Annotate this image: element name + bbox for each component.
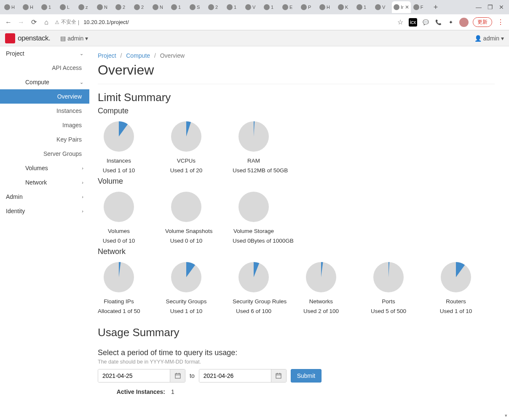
browser-tab[interactable]: P (299, 1, 317, 13)
phone-icon[interactable]: 📞 (434, 18, 442, 27)
gauge-row-volume: VolumesUsed 0 of 10Volume SnapshotsUsed … (98, 190, 495, 244)
home-button[interactable]: ⌂ (42, 19, 51, 26)
favicon (356, 4, 362, 10)
gauge-usage: Used 1 of 10 (435, 308, 477, 314)
gauge-row-compute: InstancesUsed 1 of 10VCPUsUsed 1 of 20RA… (98, 120, 495, 174)
sidebar-item-server-groups[interactable]: Server Groups (0, 147, 89, 161)
back-button[interactable]: ← (4, 19, 13, 26)
browser-address-bar: ← → ⟳ ⌂ ⚠ 不安全 | 10.20.20.1/project/ ☆ ic… (0, 14, 509, 30)
star-icon[interactable]: ☆ (396, 18, 405, 26)
openstack-topbar: openstack. ▤ admin ▾ 👤 admin ▾ (0, 30, 509, 46)
browser-tab[interactable]: 1 (262, 1, 280, 13)
favicon (394, 4, 399, 10)
browser-tab[interactable]: H (3, 1, 20, 13)
browser-tab[interactable]: 1 (40, 1, 57, 13)
browser-tab[interactable]: H (318, 1, 335, 13)
browser-tab[interactable]: 2 (206, 1, 224, 13)
sidebar-item-images[interactable]: Images (0, 118, 89, 132)
favicon (23, 4, 29, 10)
date-from-input[interactable] (98, 369, 170, 382)
gauge-name: Instances (98, 158, 140, 164)
caret-down-icon: ▾ (85, 35, 88, 42)
browser-tab[interactable]: 2 (114, 1, 131, 13)
browser-tab[interactable]: F (412, 1, 429, 13)
browser-tab[interactable]: N (95, 1, 113, 13)
svg-rect-12 (175, 374, 180, 378)
browser-tab[interactable]: 1 (169, 1, 187, 13)
sidebar-item-api-access[interactable]: API Access (0, 61, 89, 75)
gauge-usage: Used 2 of 100 (300, 308, 342, 314)
browser-tab[interactable]: L (58, 1, 76, 13)
date-to-input[interactable] (199, 369, 271, 382)
gauge-usage: Used 1 of 10 (165, 308, 207, 314)
browser-tab[interactable]: 2 (132, 1, 150, 13)
calendar-icon[interactable] (271, 369, 286, 382)
browser-tab[interactable]: N (151, 1, 169, 13)
browser-tab[interactable]: S (188, 1, 206, 13)
close-icon[interactable]: ✕ (405, 4, 409, 10)
gauge: Volume StorageUsed 0Bytes of 1000GB (233, 190, 275, 244)
sidebar-item-network[interactable]: Network › (0, 175, 89, 190)
browser-tab[interactable]: H (21, 1, 39, 13)
gauge-name: Routers (435, 298, 477, 305)
browser-tab[interactable]: 1 (225, 1, 243, 13)
browser-tab[interactable]: V (244, 1, 261, 13)
submit-button[interactable]: Submit (291, 369, 322, 383)
extensions-icon[interactable]: ✦ (447, 18, 455, 27)
to-label: to (190, 372, 195, 379)
security-indicator[interactable]: ⚠ 不安全 | (55, 19, 79, 26)
chevron-right-icon: › (82, 166, 83, 171)
chat-icon[interactable]: 💬 (421, 18, 430, 27)
window-maximize-icon[interactable]: ❐ (488, 4, 493, 11)
domain-dropdown[interactable]: ▤ admin ▾ (60, 35, 88, 42)
profile-avatar[interactable] (459, 18, 469, 27)
gauge-usage: Used 1 of 10 (98, 167, 140, 174)
page-title: Overview (98, 62, 495, 78)
gauge-name: Ports (367, 298, 410, 305)
browser-tab[interactable]: V (373, 1, 391, 13)
sidebar-item-instances[interactable]: Instances (0, 104, 89, 118)
calendar-icon[interactable] (170, 369, 185, 382)
active-instances-label: Active Instances: (98, 388, 165, 395)
sidebar-item-overview[interactable]: Overview (0, 89, 89, 104)
gauge: VolumesUsed 0 of 10 (98, 190, 140, 244)
favicon (227, 4, 233, 10)
window-minimize-icon[interactable]: — (476, 4, 482, 11)
brand-text: openstack. (18, 34, 50, 43)
list-icon: ▤ (60, 35, 66, 42)
window-close-icon[interactable]: ✕ (499, 4, 504, 11)
extension-icon[interactable]: icx (409, 18, 417, 27)
user-dropdown[interactable]: 👤 admin ▾ (474, 35, 504, 42)
brand-link[interactable]: openstack. (5, 33, 50, 43)
forward-button[interactable]: → (17, 19, 25, 26)
scroll-indicator: ▾ (505, 413, 507, 418)
chevron-right-icon: › (82, 194, 83, 199)
network-heading: Network (98, 247, 495, 256)
new-tab-button[interactable]: + (430, 3, 442, 12)
update-button[interactable]: 更新 (473, 17, 492, 27)
sidebar-item-project[interactable]: Project ⌄ (0, 46, 89, 61)
browser-tab[interactable]: 1 (355, 1, 372, 13)
browser-tab[interactable]: E (281, 1, 298, 13)
sidebar-item-admin[interactable]: Admin › (0, 190, 89, 204)
sidebar-item-volumes[interactable]: Volumes › (0, 161, 89, 175)
favicon (134, 4, 140, 10)
chevron-down-icon: ⌄ (80, 51, 83, 56)
sidebar-item-compute[interactable]: Compute ⌄ (0, 75, 89, 89)
browser-tab[interactable]: K (336, 1, 354, 13)
gauge-name: Volumes (98, 228, 140, 234)
sidebar-item-identity[interactable]: Identity › (0, 204, 89, 218)
url-text[interactable]: 10.20.20.1/project/ (83, 19, 129, 25)
menu-icon[interactable]: ⋮ (496, 18, 505, 26)
favicon (338, 4, 344, 10)
gauge: Floating IPsAllocated 1 of 50 (98, 260, 140, 314)
breadcrumb-compute[interactable]: Compute (126, 52, 150, 59)
browser-tab[interactable]: z (77, 1, 94, 13)
browser-tab[interactable]: Ir✕ (392, 1, 411, 13)
chevron-down-icon: ⌄ (80, 80, 83, 85)
favicon (115, 4, 121, 10)
sidebar-item-key-pairs[interactable]: Key Pairs (0, 132, 89, 147)
reload-button[interactable]: ⟳ (29, 18, 38, 26)
breadcrumb-project[interactable]: Project (98, 52, 116, 59)
svg-point-4 (171, 192, 201, 222)
